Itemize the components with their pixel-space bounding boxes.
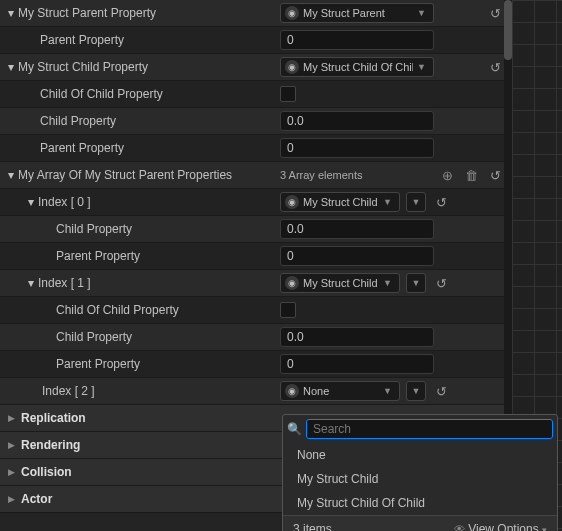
chevron-down-icon: ▾ — [542, 525, 547, 531]
scrollbar-thumb[interactable] — [504, 0, 512, 60]
property-label: Child Property — [56, 222, 132, 236]
chevron-down-icon: ▼ — [417, 8, 429, 18]
property-label: Index [ 1 ] — [38, 276, 91, 290]
triangle-right-icon: ▶ — [8, 494, 15, 504]
expand-arrow[interactable]: ▾ — [4, 60, 18, 74]
triangle-right-icon: ▶ — [8, 467, 15, 477]
property-label: Child Property — [40, 114, 116, 128]
checkbox[interactable] — [280, 302, 296, 318]
struct-picker-dropdown: 🔍 None My Struct Child My Struct Child O… — [282, 414, 558, 531]
number-input[interactable] — [280, 111, 434, 131]
eye-icon: 👁 — [454, 523, 465, 531]
dropdown-icon[interactable]: ▼ — [406, 192, 426, 212]
property-label: Index [ 2 ] — [42, 384, 95, 398]
triangle-right-icon: ▶ — [8, 440, 15, 450]
struct-icon: ◉ — [285, 6, 299, 20]
add-icon[interactable]: ⊕ — [438, 166, 456, 184]
property-label: My Struct Child Property — [18, 60, 148, 74]
search-icon: 🔍 — [287, 422, 302, 436]
struct-selector[interactable]: ◉My Struct Child Of Child▼ — [280, 57, 434, 77]
struct-selector[interactable]: ◉My Struct Child▼ — [280, 192, 400, 212]
property-label: Index [ 0 ] — [38, 195, 91, 209]
property-label: Child Of Child Property — [40, 87, 163, 101]
dropdown-icon[interactable]: ▼ — [406, 381, 426, 401]
dropdown-item-count: 3 items — [293, 522, 332, 531]
reset-icon[interactable]: ↺ — [486, 4, 504, 22]
reset-icon[interactable]: ↺ — [432, 274, 450, 292]
chevron-down-icon: ▼ — [383, 386, 395, 396]
array-count: 3 Array elements — [280, 169, 363, 181]
number-input[interactable] — [280, 246, 434, 266]
number-input[interactable] — [280, 219, 434, 239]
property-label: My Struct Parent Property — [18, 6, 156, 20]
dropdown-option-none[interactable]: None — [283, 443, 557, 467]
property-label: Child Property — [56, 330, 132, 344]
chevron-down-icon: ▼ — [417, 62, 429, 72]
view-options-button[interactable]: 👁 View Options ▾ — [454, 522, 547, 531]
struct-icon: ◉ — [285, 384, 299, 398]
expand-arrow[interactable]: ▾ — [24, 276, 38, 290]
property-label: Parent Property — [56, 357, 140, 371]
chevron-down-icon: ▼ — [383, 197, 395, 207]
reset-icon[interactable]: ↺ — [432, 193, 450, 211]
trash-icon[interactable]: 🗑 — [462, 166, 480, 184]
number-input[interactable] — [280, 327, 434, 347]
struct-selector[interactable]: ◉My Struct Parent▼ — [280, 3, 434, 23]
checkbox[interactable] — [280, 86, 296, 102]
reset-icon[interactable]: ↺ — [486, 58, 504, 76]
struct-selector[interactable]: ◉My Struct Child Of C▼ — [280, 273, 400, 293]
expand-arrow[interactable]: ▾ — [24, 195, 38, 209]
property-label: Parent Property — [40, 141, 124, 155]
property-label: Parent Property — [56, 249, 140, 263]
expand-arrow[interactable]: ▾ — [4, 168, 18, 182]
struct-selector[interactable]: ◉None▼ — [280, 381, 400, 401]
dropdown-option-struct-child-of-child[interactable]: My Struct Child Of Child — [283, 491, 557, 515]
number-input[interactable] — [280, 30, 434, 50]
triangle-right-icon: ▶ — [8, 413, 15, 423]
number-input[interactable] — [280, 354, 434, 374]
reset-icon[interactable]: ↺ — [432, 382, 450, 400]
struct-icon: ◉ — [285, 276, 299, 290]
property-label: My Array Of My Struct Parent Properties — [18, 168, 232, 182]
chevron-down-icon: ▼ — [383, 278, 395, 288]
struct-icon: ◉ — [285, 195, 299, 209]
dropdown-option-struct-child[interactable]: My Struct Child — [283, 467, 557, 491]
expand-arrow[interactable]: ▾ — [4, 6, 18, 20]
struct-icon: ◉ — [285, 60, 299, 74]
dropdown-icon[interactable]: ▼ — [406, 273, 426, 293]
property-label: Parent Property — [40, 33, 124, 47]
property-label: Child Of Child Property — [56, 303, 179, 317]
reset-icon[interactable]: ↺ — [486, 166, 504, 184]
search-input[interactable] — [306, 419, 553, 439]
number-input[interactable] — [280, 138, 434, 158]
